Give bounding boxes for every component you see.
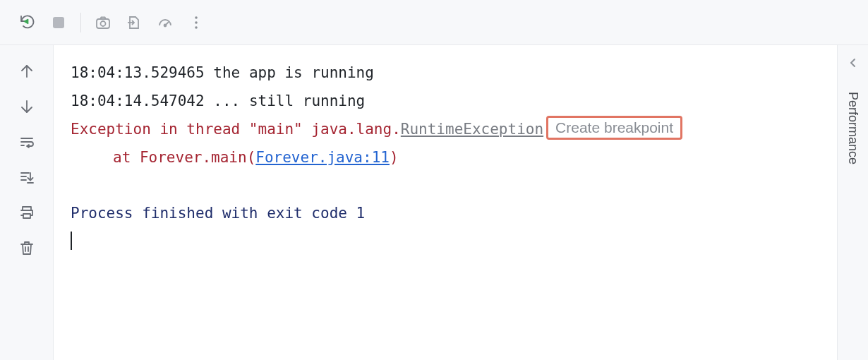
right-panel: Performance (837, 45, 868, 360)
stack-suffix: ) (390, 149, 399, 166)
dashboard-icon[interactable] (152, 9, 179, 36)
arrow-down-icon[interactable] (13, 93, 40, 120)
create-breakpoint-hint[interactable]: Create breakpoint (546, 116, 682, 140)
stack-source-link[interactable]: Forever.java:11 (255, 149, 390, 166)
stack-at-prefix: at Forever.main( (113, 149, 255, 166)
exception-class-link[interactable]: RuntimeException (401, 121, 543, 138)
exception-line: Exception in thread "main" java.lang.Run… (71, 116, 820, 144)
trash-icon[interactable] (13, 234, 40, 261)
blank-line (71, 172, 820, 200)
svg-rect-1 (97, 19, 109, 28)
log-line: 18:04:14.547042 ... still running (71, 88, 820, 116)
log-text: ... still running (213, 92, 365, 109)
toolbar-separator (80, 13, 81, 32)
console-output[interactable]: 18:04:13.529465 the app is running 18:04… (54, 45, 837, 360)
export-icon[interactable] (121, 9, 147, 36)
stop-button[interactable] (45, 9, 72, 36)
svg-point-5 (195, 21, 198, 24)
collapse-right-icon[interactable] (848, 58, 858, 68)
camera-icon[interactable] (90, 9, 116, 36)
svg-point-6 (195, 26, 198, 29)
timestamp: 18:04:14.547042 (71, 92, 205, 109)
rerun-button[interactable] (14, 9, 41, 36)
more-menu-icon[interactable] (183, 9, 210, 36)
arrow-up-icon[interactable] (13, 58, 40, 85)
svg-point-4 (195, 16, 198, 19)
caret (71, 232, 72, 250)
scroll-to-end-icon[interactable] (13, 164, 40, 191)
main-area: 18:04:13.529465 the app is running 18:04… (0, 45, 868, 360)
top-toolbar (0, 0, 868, 45)
svg-point-3 (164, 24, 167, 26)
log-line: 18:04:13.529465 the app is running (71, 59, 820, 88)
svg-rect-0 (53, 17, 64, 28)
side-toolbar (0, 45, 54, 360)
exception-prefix: Exception in thread "main" java.lang. (71, 121, 401, 138)
cursor-line (71, 228, 820, 256)
svg-point-2 (101, 21, 106, 26)
timestamp: 18:04:13.529465 (71, 64, 205, 81)
process-exit-line: Process finished with exit code 1 (71, 200, 820, 228)
svg-rect-8 (23, 214, 30, 218)
log-text: the app is running (213, 64, 374, 81)
stack-trace-line: at Forever.main(Forever.java:11) (71, 144, 820, 172)
soft-wrap-icon[interactable] (13, 128, 40, 155)
print-icon[interactable] (13, 199, 40, 226)
performance-tab[interactable]: Performance (845, 92, 860, 164)
